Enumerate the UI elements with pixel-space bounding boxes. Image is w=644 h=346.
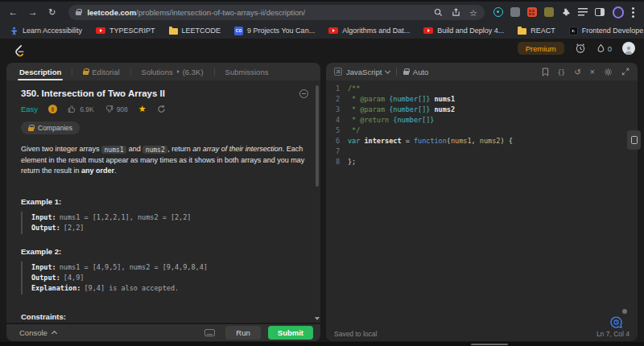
react-devtools-icon[interactable]: [493, 7, 503, 17]
input-label: Input:: [31, 263, 56, 271]
editor-header: JavaScript Auto: [326, 63, 638, 80]
divider: [72, 68, 72, 76]
solutions-count: (6.3K): [183, 68, 204, 76]
lock-icon: [83, 71, 89, 75]
extension-gray-icon[interactable]: [510, 7, 520, 17]
settings-gear-icon[interactable]: [604, 68, 613, 76]
widget-dot: [622, 309, 627, 314]
tab-solutions[interactable]: Solutions(6.3K): [140, 63, 205, 80]
like-button[interactable]: 6.9K: [68, 105, 94, 113]
browser-menu-icon[interactable]: [632, 11, 634, 14]
scroll-down-icon[interactable]: [315, 317, 320, 320]
user-avatar[interactable]: [622, 42, 635, 55]
like-count: 6.9K: [80, 105, 94, 113]
scrollbar-thumb[interactable]: [316, 85, 319, 187]
tab-description[interactable]: Description: [18, 63, 63, 80]
dislike-count: 908: [117, 105, 128, 113]
collapsed-panel-tab[interactable]: [627, 130, 641, 150]
editor-gutter: 12345678: [326, 84, 340, 167]
solutions-icon: [177, 70, 180, 73]
favorite-star-icon[interactable]: [138, 105, 147, 113]
auto-mode-toggle[interactable]: Auto: [403, 68, 429, 76]
bookmark-item[interactable]: Frontend Develope...: [569, 27, 644, 35]
bookmark-item[interactable]: Build and Deploy 4...: [423, 27, 504, 35]
console-actions: Run Submit: [204, 326, 313, 340]
forward-icon[interactable]: [27, 6, 39, 18]
bookmark-icon[interactable]: [542, 68, 549, 76]
reload-icon[interactable]: [46, 6, 58, 18]
shortcuts-icon[interactable]: [590, 68, 595, 76]
tab-label: Description: [19, 68, 61, 76]
bookmark-label: Frontend Develope...: [582, 27, 644, 35]
url-host: leetcode.com: [87, 8, 136, 17]
desc-emphasis: an array of their intersection: [192, 145, 283, 153]
bookmark-item[interactable]: TYPESCRIPT: [96, 27, 155, 35]
back-icon[interactable]: [7, 6, 19, 18]
bookmark-item[interactable]: 9 Projects You Can...: [234, 27, 315, 35]
search-icon[interactable]: [434, 8, 443, 17]
divider: [130, 68, 131, 76]
console-bar: Console Run Submit: [6, 324, 320, 341]
collapse-icon[interactable]: [299, 89, 308, 98]
flame-icon: [597, 43, 605, 54]
playlist-icon[interactable]: [578, 8, 588, 16]
bookmark-label: 9 Projects You Can...: [247, 27, 315, 35]
divider: [396, 68, 397, 76]
tab-editorial[interactable]: Editorial: [81, 63, 121, 80]
timer-icon[interactable]: [575, 43, 586, 54]
reset-code-icon[interactable]: [574, 68, 580, 76]
save-status: Saved to local: [334, 330, 377, 338]
bookmark-item[interactable]: Algorithms and Dat...: [328, 27, 410, 35]
language-selector[interactable]: JavaScript: [346, 68, 382, 76]
bookmark-item[interactable]: Learn Accessibility: [10, 27, 82, 35]
format-code-icon[interactable]: [558, 68, 566, 76]
companies-label: Companies: [38, 124, 72, 132]
problem-title: 350. Intersection of Two Arrays II: [21, 89, 306, 98]
share-icon[interactable]: [452, 8, 460, 17]
leetcode-logo[interactable]: [13, 43, 25, 60]
editor-code[interactable]: /** * @param {number[]} nums1 * @param {…: [340, 84, 513, 167]
output-value: [4,9]: [64, 274, 85, 282]
sync-icon[interactable]: [157, 105, 166, 113]
chat-widget[interactable]: [607, 313, 625, 331]
bookmark-label: REACT: [530, 27, 555, 35]
chevron-down-icon[interactable]: [385, 68, 390, 73]
bookmark-item[interactable]: REACT: [518, 27, 555, 35]
keyboard-icon[interactable]: [204, 329, 215, 336]
input-value: nums1 = [1,2,2,1], nums2 = [2,2]: [60, 213, 192, 221]
daily-streak[interactable]: 0: [597, 43, 612, 54]
editor-body[interactable]: 12345678 /** * @param {number[]} nums1 *…: [326, 80, 638, 167]
dislike-button[interactable]: 908: [105, 105, 128, 113]
thumbs-down-icon: [105, 105, 114, 113]
problem-meta: Easy 6.9K 908: [21, 105, 306, 113]
bookmark-star-icon[interactable]: [469, 5, 477, 19]
console-toggle[interactable]: Console: [19, 328, 56, 337]
explanation-value: [9,4] is also accepted.: [84, 284, 179, 292]
thumbs-up-icon: [68, 105, 76, 113]
leetcode-header: Premium 0: [0, 39, 644, 63]
bookmark-label: TYPESCRIPT: [109, 27, 155, 35]
example-input: Input:nums1 = [4,9,5], nums2 = [9,4,9,8,…: [31, 262, 306, 273]
lock-icon: [28, 127, 34, 131]
hint-coin-icon[interactable]: [48, 105, 57, 113]
premium-button[interactable]: Premium: [518, 42, 564, 55]
extensions-puzzle-icon[interactable]: [561, 7, 571, 17]
browser-profile-avatar[interactable]: [613, 6, 624, 19]
document-icon: [631, 136, 638, 144]
example-2-label: Example 2:: [21, 247, 306, 256]
code-chip: nums2: [142, 146, 167, 154]
submit-button[interactable]: Submit: [268, 326, 313, 340]
url-bar[interactable]: leetcode.com/problems/intersection-of-tw…: [68, 5, 484, 20]
extension-olive-icon[interactable]: [544, 7, 554, 17]
output-label: Output:: [31, 274, 60, 282]
extension-grid-icon[interactable]: [527, 7, 537, 17]
companies-pill[interactable]: Companies: [21, 122, 80, 134]
bookmark-item[interactable]: LEETCODE: [169, 27, 221, 35]
side-panel-icon[interactable]: [595, 8, 605, 16]
example-1-label: Example 1:: [21, 197, 306, 206]
fullscreen-icon[interactable]: [621, 68, 630, 76]
tab-submissions[interactable]: Submissions: [224, 63, 270, 80]
example-2-block: Input:nums1 = [4,9,5], nums2 = [9,4,9,8,…: [21, 262, 306, 295]
extension-tray: [493, 7, 605, 17]
run-button[interactable]: Run: [225, 326, 260, 340]
